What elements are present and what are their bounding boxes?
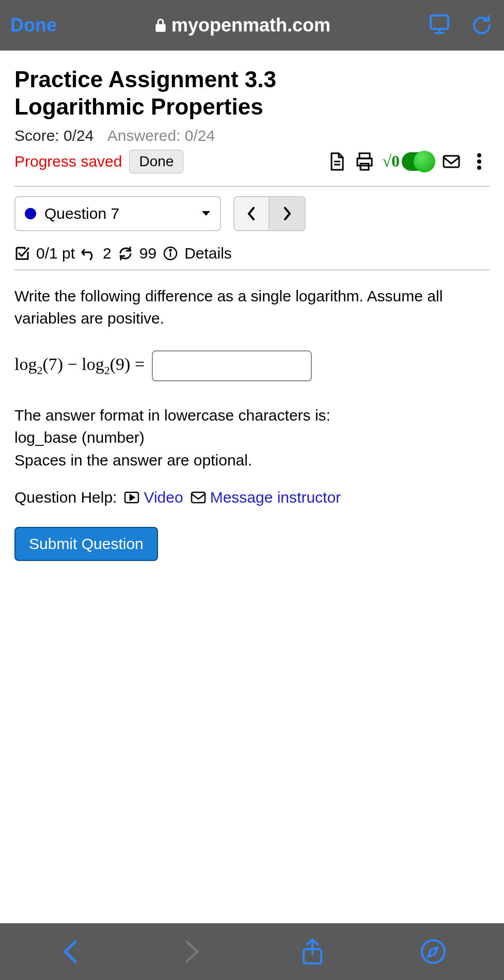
more-menu-icon[interactable] bbox=[469, 151, 490, 172]
svg-rect-8 bbox=[444, 156, 459, 167]
notes-icon[interactable] bbox=[326, 151, 347, 172]
browser-top-icons bbox=[428, 13, 494, 37]
progress-saved-label: Progress saved bbox=[14, 153, 122, 170]
separator bbox=[14, 186, 490, 187]
svg-rect-7 bbox=[360, 164, 369, 170]
undo-icon bbox=[81, 246, 97, 261]
attempts-text: 99 bbox=[139, 245, 156, 262]
main-content: Practice Assignment 3.3 Logarithmic Prop… bbox=[0, 51, 504, 923]
reader-icon[interactable] bbox=[428, 13, 451, 37]
message-instructor-link[interactable]: Message instructor bbox=[191, 489, 341, 506]
lock-icon bbox=[154, 18, 167, 33]
svg-point-9 bbox=[477, 153, 481, 157]
equation: log2(7) − log2(9) = bbox=[14, 350, 490, 381]
toolbar: Progress saved Done √0 bbox=[14, 150, 490, 173]
question-help-row: Question Help: Video Message instructor bbox=[14, 489, 490, 506]
prev-question-button[interactable] bbox=[234, 197, 270, 230]
compass-icon[interactable] bbox=[419, 938, 447, 966]
answer-input[interactable] bbox=[152, 350, 312, 381]
details-link[interactable]: Details bbox=[184, 245, 232, 262]
reload-icon[interactable] bbox=[470, 13, 494, 37]
question-meta: 0/1 pt 2 99 Details bbox=[14, 242, 490, 269]
sqrt-icon: √0 bbox=[382, 152, 400, 171]
separator-2 bbox=[14, 269, 490, 270]
toggle-switch[interactable] bbox=[402, 152, 434, 171]
answered-text: Answered: 0/24 bbox=[107, 127, 215, 144]
svg-point-11 bbox=[477, 166, 481, 170]
share-icon[interactable] bbox=[298, 938, 326, 966]
browser-done-button[interactable]: Done bbox=[10, 14, 57, 36]
question-selector[interactable]: Question 7 bbox=[14, 196, 221, 231]
svg-point-13 bbox=[170, 249, 171, 251]
video-icon bbox=[124, 491, 139, 504]
svg-point-18 bbox=[422, 940, 445, 963]
question-prompt: Write the following difference as a sing… bbox=[14, 285, 490, 330]
chevron-down-icon bbox=[201, 211, 211, 217]
score-text: Score: 0/24 bbox=[14, 127, 93, 144]
math-entry-toggle[interactable]: √0 bbox=[382, 152, 434, 171]
question-nav-row: Question 7 bbox=[14, 196, 490, 231]
question-selector-label: Question 7 bbox=[44, 205, 119, 222]
expression-lhs: log2(7) − log2(9) = bbox=[14, 355, 145, 377]
print-icon[interactable] bbox=[354, 151, 375, 172]
retries-text: 2 bbox=[103, 245, 112, 262]
answer-format-hint: The answer format in lowercase character… bbox=[14, 404, 490, 472]
status-dot-icon bbox=[25, 208, 36, 219]
svg-rect-16 bbox=[192, 492, 205, 503]
done-button[interactable]: Done bbox=[129, 150, 183, 173]
message-icon[interactable] bbox=[441, 151, 462, 172]
browser-top-bar: Done myopenmath.com bbox=[0, 0, 504, 51]
chevron-right-icon bbox=[283, 207, 291, 220]
question-nav-buttons bbox=[233, 196, 306, 231]
browser-bottom-bar bbox=[0, 923, 504, 980]
chevron-left-icon bbox=[247, 207, 256, 220]
points-text: 0/1 pt bbox=[36, 245, 75, 262]
score-row: Score: 0/24 Answered: 0/24 bbox=[14, 127, 490, 144]
browser-url-text: myopenmath.com bbox=[171, 14, 330, 36]
submit-question-button[interactable]: Submit Question bbox=[14, 527, 158, 561]
next-question-button[interactable] bbox=[270, 197, 305, 230]
svg-point-10 bbox=[477, 159, 481, 164]
svg-rect-6 bbox=[357, 158, 372, 166]
info-icon bbox=[163, 246, 178, 261]
svg-rect-0 bbox=[431, 15, 448, 29]
sync-icon bbox=[118, 246, 133, 261]
page-title: Practice Assignment 3.3 Logarithmic Prop… bbox=[14, 66, 490, 121]
video-help-link[interactable]: Video bbox=[124, 489, 183, 506]
forward-icon bbox=[178, 938, 206, 966]
back-icon[interactable] bbox=[57, 938, 85, 966]
envelope-icon bbox=[191, 491, 206, 504]
browser-url[interactable]: myopenmath.com bbox=[67, 14, 417, 36]
question-help-label: Question Help: bbox=[14, 489, 117, 506]
checkbox-icon bbox=[14, 246, 30, 261]
